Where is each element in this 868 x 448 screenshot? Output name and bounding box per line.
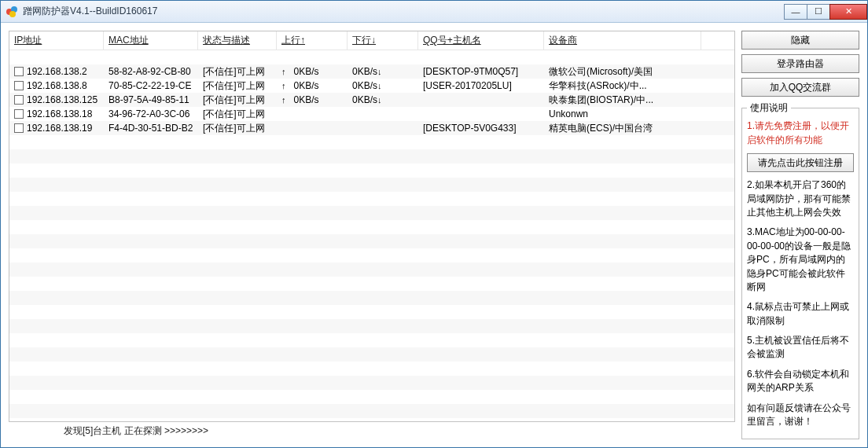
table-row[interactable]: 192.168.138.870-85-C2-22-19-CE[不信任]可上网↑ … xyxy=(9,79,734,93)
vendor-cell: 映泰集团(BIOSTAR)/中... xyxy=(544,94,701,107)
col-down[interactable]: 下行↓ xyxy=(348,31,418,50)
ip-cell: 192.168.138.8 xyxy=(27,80,87,91)
help-p5: 5.主机被设置信任后将不会被监测 xyxy=(747,334,854,362)
table-row[interactable]: 192.168.138.258-82-A8-92-CB-80[不信任]可上网↑ … xyxy=(9,64,734,79)
row-checkbox[interactable] xyxy=(14,81,24,90)
status-cell: [不信任]可上网 xyxy=(198,108,277,121)
mac-cell: B8-97-5A-49-85-11 xyxy=(104,94,198,105)
titlebar: 蹭网防护器V4.1--BuildID160617 — ☐ ✕ xyxy=(1,1,867,23)
join-qq-button[interactable]: 加入QQ交流群 xyxy=(741,78,859,97)
grid-header: IP地址 MAC地址 状态与描述 上行↑ 下行↓ QQ号+主机名 设备商 xyxy=(9,31,734,50)
help-box: 使用说明 1.请先免费注册，以便开启软件的所有功能 请先点击此按钮注册 2.如果… xyxy=(741,101,859,439)
table-panel: IP地址 MAC地址 状态与描述 上行↑ 下行↓ QQ号+主机名 设备商 192… xyxy=(9,31,735,439)
col-vendor[interactable]: 设备商 xyxy=(544,31,701,50)
mac-cell: 70-85-C2-22-19-CE xyxy=(104,80,198,91)
hide-button[interactable]: 隐藏 xyxy=(741,31,859,50)
col-mac[interactable]: MAC地址 xyxy=(104,31,198,50)
ip-cell: 192.168.138.19 xyxy=(27,123,92,134)
download-cell: 0KB/s↓ xyxy=(348,94,418,105)
col-status[interactable]: 状态与描述 xyxy=(198,31,277,50)
help-p3: 3.MAC地址为00-00-00-00-00-00的设备一般是隐身PC，所有局域… xyxy=(747,226,854,294)
status-bar: 发现[5]台主机 正在探测 >>>>>>>> xyxy=(9,422,735,439)
upload-cell: ↑ 0KB/s xyxy=(277,94,348,105)
mac-cell: F4-4D-30-51-BD-B2 xyxy=(104,123,198,134)
mac-cell: 58-82-A8-92-CB-80 xyxy=(104,66,198,77)
ip-cell: 192.168.138.125 xyxy=(27,94,97,105)
ip-cell: 192.168.138.18 xyxy=(27,108,92,119)
col-up[interactable]: 上行↑ xyxy=(277,31,348,50)
host-cell: [USER-20170205LU] xyxy=(418,80,544,91)
mac-cell: 34-96-72-A0-3C-06 xyxy=(104,108,198,119)
help-p1: 1.请先免费注册，以便开启软件的所有功能 xyxy=(747,119,854,147)
host-cell: [DESKTOP-5V0G433] xyxy=(418,123,544,134)
vendor-cell: 华擎科技(ASRock)/中... xyxy=(544,79,701,93)
row-checkbox[interactable] xyxy=(14,67,24,76)
minimize-button[interactable]: — xyxy=(784,4,807,20)
app-window: 蹭网防护器V4.1--BuildID160617 — ☐ ✕ IP地址 MAC地… xyxy=(0,0,868,448)
upload-cell: ↑ 0KB/s xyxy=(277,80,348,91)
vendor-cell: 精英电脑(ECS)/中国台湾 xyxy=(544,122,701,135)
table-row[interactable]: 192.168.138.1834-96-72-A0-3C-06[不信任]可上网U… xyxy=(9,107,734,121)
maximize-button[interactable]: ☐ xyxy=(807,4,830,20)
row-checkbox[interactable] xyxy=(14,95,24,105)
row-checkbox[interactable] xyxy=(14,123,24,133)
grid-body: 192.168.138.258-82-A8-92-CB-80[不信任]可上网↑ … xyxy=(9,50,734,421)
login-router-button[interactable]: 登录路由器 xyxy=(741,54,859,73)
ip-cell: 192.168.138.2 xyxy=(27,66,87,77)
close-button[interactable]: ✕ xyxy=(829,4,867,20)
status-cell: [不信任]可上网 xyxy=(198,79,277,93)
register-button[interactable]: 请先点击此按钮注册 xyxy=(747,153,854,172)
download-cell: 0KB/s↓ xyxy=(348,80,418,91)
vendor-cell: Unkonwn xyxy=(544,108,701,119)
table-row[interactable]: 192.168.138.125B8-97-5A-49-85-11[不信任]可上网… xyxy=(9,93,734,107)
help-p4: 4.鼠标点击可禁止上网或取消限制 xyxy=(747,300,854,328)
window-buttons: — ☐ ✕ xyxy=(785,4,867,20)
app-icon xyxy=(6,6,18,18)
help-p7: 如有问题反馈请在公众号里留言，谢谢！ xyxy=(747,402,854,429)
status-cell: [不信任]可上网 xyxy=(198,94,277,107)
help-p2: 2.如果本机开启了360的局域网防护，那有可能禁止其他主机上网会失效 xyxy=(747,178,854,219)
help-legend: 使用说明 xyxy=(747,101,791,115)
window-title: 蹭网防护器V4.1--BuildID160617 xyxy=(23,5,157,18)
status-cell: [不信任]可上网 xyxy=(198,122,277,135)
col-ip[interactable]: IP地址 xyxy=(9,31,104,50)
upload-cell: ↑ 0KB/s xyxy=(277,66,348,77)
status-cell: [不信任]可上网 xyxy=(198,65,277,79)
side-panel: 隐藏 登录路由器 加入QQ交流群 使用说明 1.请先免费注册，以便开启软件的所有… xyxy=(741,31,859,439)
client-area: IP地址 MAC地址 状态与描述 上行↑ 下行↓ QQ号+主机名 设备商 192… xyxy=(1,23,867,447)
download-cell: 0KB/s↓ xyxy=(348,66,418,77)
row-checkbox[interactable] xyxy=(14,109,24,119)
vendor-cell: 微软公司(Microsoft)/美国 xyxy=(544,65,701,79)
table-row[interactable]: 192.168.138.19F4-4D-30-51-BD-B2[不信任]可上网[… xyxy=(9,121,734,135)
svg-point-2 xyxy=(9,11,16,17)
col-host[interactable]: QQ号+主机名 xyxy=(418,31,544,50)
host-grid: IP地址 MAC地址 状态与描述 上行↑ 下行↓ QQ号+主机名 设备商 192… xyxy=(9,31,735,422)
help-p6: 6.软件会自动锁定本机和网关的ARP关系 xyxy=(747,368,854,395)
host-cell: [DESKTOP-9TM0Q57] xyxy=(418,66,544,77)
